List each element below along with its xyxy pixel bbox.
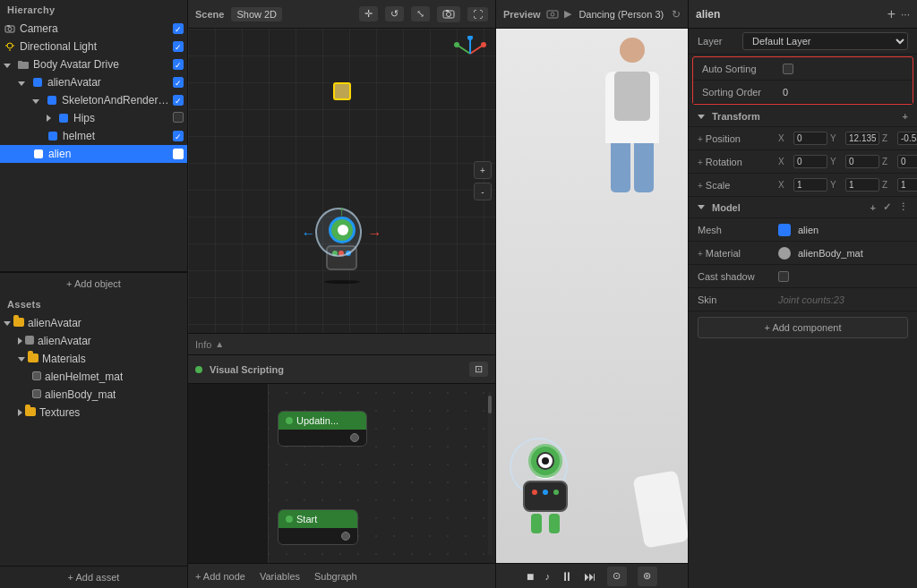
preview-next-btn[interactable]: ⏭ [584, 569, 596, 584]
vs-expand-btn[interactable]: ⊡ [469, 362, 488, 377]
layer-down-btn[interactable]: - [474, 183, 492, 200]
rotation-row: +Rotation X Y Z [689, 150, 917, 174]
auto-sorting-row: Auto Sorting [693, 57, 913, 81]
scene-gizmo [452, 36, 488, 72]
scale-x-input[interactable] [793, 178, 827, 192]
add-object-button[interactable]: + Add object [0, 272, 187, 294]
hierarchy-item-skeleton-root[interactable]: SkeletonAndRenderRoot [0, 91, 187, 109]
vs-sidebar [188, 384, 269, 563]
vs-node-update[interactable]: Updatin... [278, 411, 367, 447]
pos-x-input[interactable] [793, 132, 827, 145]
model-check[interactable]: ✓ [883, 201, 891, 213]
scale-x-label: X [778, 180, 791, 190]
pos-z-input[interactable] [897, 132, 917, 145]
transform-plus[interactable]: + [903, 111, 908, 122]
model-plus[interactable]: + [870, 202, 876, 213]
rot-x-label: X [778, 157, 791, 166]
layer-select[interactable]: Default Layer [742, 32, 908, 50]
person-shirt [614, 72, 650, 121]
preview-alien-char [505, 433, 586, 550]
skin-label: Skin [698, 294, 778, 305]
material-value-group: alienBody_mat [778, 247, 863, 260]
light-blue [543, 490, 548, 495]
variables-button[interactable]: Variables [260, 571, 300, 582]
assets-item-alien-file[interactable]: alienAvatar [0, 332, 187, 350]
hierarchy-item-helmet-label: helmet [63, 130, 173, 142]
camera-icon [4, 22, 16, 35]
rot-y-input[interactable] [845, 155, 879, 168]
transform-section[interactable]: Transform + [689, 107, 917, 127]
shadow-ellipse [324, 280, 360, 284]
visibility-toggle-camera[interactable] [173, 23, 184, 34]
rot-z-input[interactable] [897, 155, 917, 168]
preview-frame-left-btn[interactable]: ⊙ [607, 567, 627, 586]
assets-item-alien-folder-label: alienAvatar [28, 317, 81, 329]
vs-panel: Visual Scripting ⊡ Updatin... [188, 355, 495, 588]
hierarchy-item-alien-label: alien [48, 148, 173, 160]
skeleton-icon [46, 94, 58, 107]
cast-shadow-checkbox[interactable] [778, 271, 789, 282]
hierarchy-item-hips[interactable]: Hips [0, 109, 187, 127]
layer-up-btn[interactable]: + [474, 161, 492, 179]
add-component-button[interactable]: + Add component [698, 317, 908, 338]
props-title: alien [696, 8, 882, 21]
preview-pause-btn[interactable]: ⏸ [561, 569, 573, 584]
scene-helmet-object [333, 82, 351, 100]
hierarchy-item-alien-avatar[interactable]: alienAvatar [0, 73, 187, 91]
vs-viewport[interactable]: Updatin... Start [188, 384, 495, 563]
alien-folder-icon [13, 317, 24, 329]
hierarchy-item-camera[interactable]: Camera [0, 20, 187, 38]
preview-music-btn[interactable]: ♪ [544, 571, 550, 582]
props-more-btn[interactable]: ··· [901, 8, 910, 21]
scene-title: Scene [195, 9, 224, 20]
add-node-button[interactable]: + Add node [195, 571, 245, 582]
model-section[interactable]: Model + ✓ ⋮ [689, 197, 917, 218]
hips-icon [57, 112, 70, 124]
cast-shadow-label: Cast shadow [698, 271, 778, 282]
auto-sorting-checkbox[interactable] [783, 64, 793, 74]
vs-node-start[interactable]: Start [278, 509, 358, 545]
scale-z-input[interactable] [897, 178, 917, 192]
subgraph-button[interactable]: Subgraph [314, 571, 357, 582]
move-icon-btn[interactable]: ✛ [359, 6, 378, 21]
preview-frame-right-btn[interactable]: ⊛ [638, 567, 657, 586]
assets-item-helmet-mat[interactable]: alenHelmet_mat [0, 368, 187, 386]
preview-settings-btn[interactable]: ↻ [672, 8, 681, 21]
show-2d-button[interactable]: Show 2D [231, 7, 282, 21]
scale-y-input[interactable] [845, 178, 879, 192]
model-more[interactable]: ⋮ [898, 201, 908, 213]
visibility-toggle-skeleton[interactable] [173, 95, 184, 106]
vs-scrollbar[interactable] [488, 391, 492, 556]
rot-x-input[interactable] [793, 155, 827, 168]
hierarchy-item-body-drive[interactable]: Body Avatar Drive [0, 55, 187, 73]
sorting-order-row: Sorting Order 0 [693, 81, 913, 104]
assets-item-body-mat[interactable]: alienBody_mat [0, 386, 187, 404]
scene-alien-eye [338, 225, 348, 235]
hierarchy-item-helmet[interactable]: helmet [0, 127, 187, 145]
hierarchy-item-light[interactable]: Directional Light [0, 38, 187, 55]
assets-item-body-mat-label: alienBody_mat [45, 388, 116, 401]
preview-stop-btn[interactable]: ■ [527, 569, 534, 584]
assets-item-textures[interactable]: Textures [0, 404, 187, 422]
visibility-toggle-alien-avatar[interactable] [173, 77, 184, 88]
visibility-toggle-light[interactable] [173, 41, 184, 52]
fullscreen-btn[interactable]: ⛶ [467, 7, 488, 21]
model-label: Model [712, 202, 741, 213]
preview-animation-name: Dancing (Person 3) [577, 9, 666, 20]
scene-viewport[interactable]: ← → ↑ + - [188, 29, 495, 333]
assets-item-alien-folder[interactable]: alienAvatar [0, 314, 187, 332]
add-asset-button[interactable]: + Add asset [0, 566, 187, 588]
camera-btn[interactable] [437, 6, 460, 22]
visibility-toggle-body-drive[interactable] [173, 59, 184, 70]
rotate-icon-btn[interactable]: ↺ [385, 6, 404, 21]
assets-item-materials[interactable]: Materials [0, 350, 187, 368]
visibility-toggle-hips[interactable] [173, 112, 184, 124]
pos-y-input[interactable] [845, 132, 879, 145]
scale-icon-btn[interactable]: ⤡ [411, 6, 430, 21]
hierarchy-item-alien[interactable]: alien [0, 145, 187, 163]
visibility-toggle-alien[interactable] [173, 149, 184, 159]
visibility-toggle-helmet[interactable] [173, 131, 184, 141]
preview-camera-icon [546, 8, 559, 21]
props-add-btn[interactable]: + [887, 6, 896, 22]
person-head [620, 38, 645, 63]
